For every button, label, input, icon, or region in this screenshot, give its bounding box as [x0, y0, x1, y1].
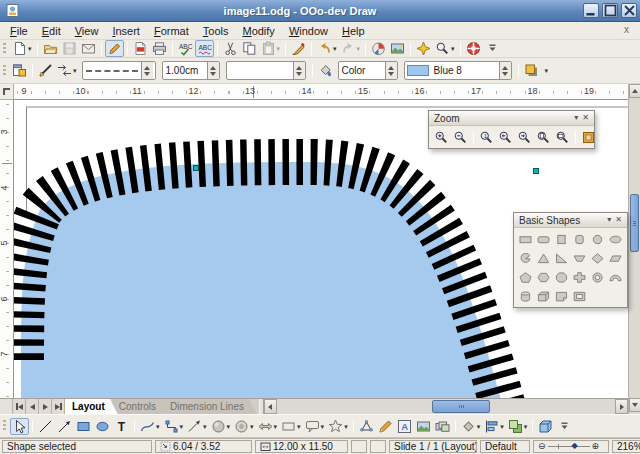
- zoom-button[interactable]: ▾: [433, 40, 457, 57]
- right-triangle-shape-button[interactable]: [552, 250, 570, 266]
- toolbar-overflow-button[interactable]: [555, 418, 574, 435]
- block-arc-shape-button[interactable]: [607, 269, 625, 285]
- palette-menu-icon[interactable]: ▾: [574, 114, 578, 122]
- menu-modify[interactable]: Modify: [235, 24, 281, 38]
- alignment-button[interactable]: ▾: [482, 418, 506, 435]
- lines-and-arrows-button[interactable]: ▾: [185, 418, 209, 435]
- status-zoom-percent[interactable]: 216%: [612, 440, 640, 453]
- arrow-style-button[interactable]: ▾: [55, 62, 79, 79]
- insert-chart-button[interactable]: [369, 40, 388, 57]
- diamond-shape-button[interactable]: [589, 250, 607, 266]
- zoom-slider[interactable]: ⊖ ◆ ⊕: [533, 440, 609, 453]
- toolbar-overflow-button[interactable]: ▾: [545, 67, 549, 74]
- block-arrows-button[interactable]: ▾: [256, 418, 280, 435]
- spinner[interactable]: [293, 62, 305, 79]
- spinner[interactable]: [207, 62, 219, 79]
- octagon-shape-button[interactable]: [552, 269, 570, 285]
- ellipse-button[interactable]: [93, 418, 112, 435]
- rounded-rectangle-shape-button[interactable]: [534, 231, 552, 247]
- circle-pie-shape-button[interactable]: [516, 250, 534, 266]
- spellcheck-button[interactable]: ABC: [176, 40, 195, 57]
- scroll-down-arrow[interactable]: [629, 398, 640, 412]
- horizontal-ruler[interactable]: 910111213141516171819: [14, 84, 628, 100]
- menu-insert[interactable]: Insert: [105, 24, 147, 38]
- scroll-up-arrow[interactable]: [629, 84, 640, 98]
- cross-shape-button[interactable]: [570, 269, 588, 285]
- vertical-scrollbar[interactable]: [628, 84, 640, 414]
- vertical-scrollbar-thumb[interactable]: [630, 194, 639, 252]
- connector-button[interactable]: ▾: [162, 418, 186, 435]
- cut-button[interactable]: [221, 40, 240, 57]
- first-page-button[interactable]: [13, 399, 26, 414]
- menu-help[interactable]: Help: [335, 24, 372, 38]
- paste-button[interactable]: ▾: [259, 40, 283, 57]
- redo-button[interactable]: ▾: [339, 40, 363, 57]
- fontwork-button[interactable]: A: [395, 418, 414, 435]
- zoom-out-slider-icon[interactable]: ⊖: [538, 442, 546, 451]
- save-button[interactable]: [60, 40, 79, 57]
- open-button[interactable]: [41, 40, 60, 57]
- minimize-button[interactable]: [583, 3, 599, 18]
- selection-handle[interactable]: [533, 168, 539, 174]
- frame-shape-button[interactable]: [570, 288, 588, 304]
- parallelogram-shape-button[interactable]: [607, 250, 625, 266]
- styles-formatting-button[interactable]: [10, 62, 29, 79]
- selection-handle[interactable]: [193, 165, 199, 171]
- status-page-style[interactable]: Default: [480, 440, 530, 453]
- menu-view[interactable]: View: [68, 24, 106, 38]
- horizontal-scrollbar-track[interactable]: [277, 399, 615, 414]
- cylinder-shape-button[interactable]: [516, 288, 534, 304]
- toolbar-grip[interactable]: [3, 65, 6, 77]
- line-width-input[interactable]: 1.00cm: [162, 61, 220, 80]
- menu-file[interactable]: File: [3, 24, 35, 38]
- square-shape-button[interactable]: [552, 231, 570, 247]
- menu-window[interactable]: Window: [282, 24, 335, 38]
- zoom-slider-thumb[interactable]: ◆: [572, 442, 578, 450]
- zoom-slider-track[interactable]: ◆: [548, 446, 590, 447]
- symbol-shapes-button[interactable]: ▾: [232, 418, 256, 435]
- extrusion-button[interactable]: [536, 418, 555, 435]
- tab-dimension-lines[interactable]: Dimension Lines: [163, 399, 257, 414]
- edit-points-button[interactable]: [357, 418, 376, 435]
- maximize-button[interactable]: [602, 3, 618, 18]
- zoom-in-slider-icon[interactable]: ⊕: [592, 442, 600, 451]
- tab-controls[interactable]: Controls: [112, 399, 169, 414]
- new-document-button[interactable]: ▾: [10, 40, 34, 57]
- zoom-palette-titlebar[interactable]: Zoom ▾ ✕: [429, 111, 594, 126]
- toolbar-overflow-button[interactable]: [483, 40, 502, 57]
- scroll-right-arrow[interactable]: [615, 399, 628, 414]
- zoom-page-button[interactable]: [534, 128, 553, 146]
- zoom-previous-button[interactable]: [496, 128, 515, 146]
- arrange-button[interactable]: ▾: [506, 418, 530, 435]
- fill-color-select[interactable]: Blue 8: [404, 61, 512, 80]
- ring-shape-button[interactable]: [589, 269, 607, 285]
- clone-formatting-button[interactable]: [289, 40, 308, 57]
- previous-page-button[interactable]: [26, 399, 39, 414]
- regular-pentagon-shape-button[interactable]: [516, 269, 534, 285]
- basic-shapes-titlebar[interactable]: Basic Shapes ▾ ✕: [514, 213, 627, 228]
- area-properties-button[interactable]: [316, 62, 335, 79]
- line-properties-button[interactable]: [36, 62, 55, 79]
- gallery-button[interactable]: [433, 418, 452, 435]
- navigator-button[interactable]: [414, 40, 433, 57]
- menu-edit[interactable]: Edit: [35, 24, 68, 38]
- next-page-button[interactable]: [39, 399, 52, 414]
- arrow-button[interactable]: [55, 418, 74, 435]
- edit-file-button[interactable]: [105, 40, 124, 57]
- zoom-objects-button[interactable]: [579, 128, 598, 146]
- palette-close-icon[interactable]: ✕: [582, 114, 589, 122]
- folded-corner-shape-button[interactable]: [552, 288, 570, 304]
- horizontal-scrollbar-thumb[interactable]: [432, 400, 490, 413]
- zoom-in-button[interactable]: [432, 128, 451, 146]
- line-color-select[interactable]: [226, 61, 306, 80]
- copy-button[interactable]: [240, 40, 259, 57]
- menu-format[interactable]: Format: [147, 24, 196, 38]
- last-page-button[interactable]: [52, 399, 65, 414]
- area-style-select[interactable]: Color: [338, 61, 398, 80]
- document-as-email-button[interactable]: [79, 40, 98, 57]
- spinner[interactable]: [141, 62, 153, 79]
- help-button[interactable]: [464, 40, 483, 57]
- auto-spellcheck-button[interactable]: ABC: [195, 40, 214, 57]
- rectangle-shape-button[interactable]: [516, 231, 534, 247]
- rounded-square-shape-button[interactable]: [570, 231, 588, 247]
